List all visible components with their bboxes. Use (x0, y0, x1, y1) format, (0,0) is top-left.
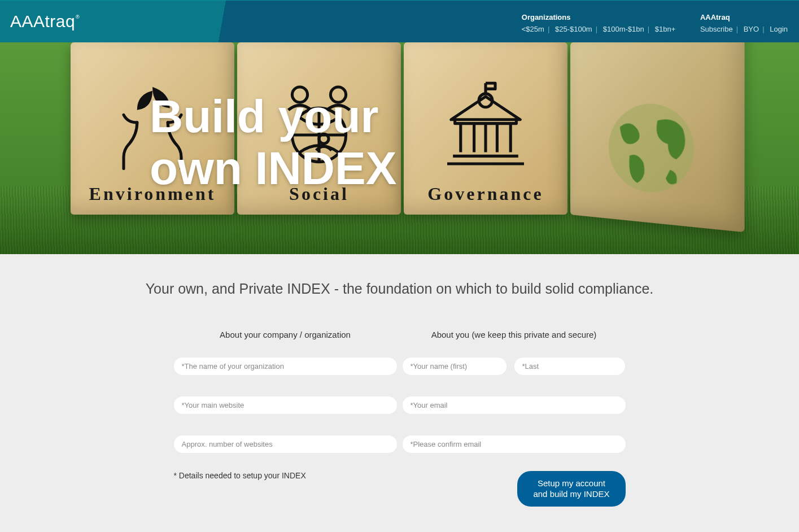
hero-title-line1: Build your (150, 90, 378, 142)
nav-link-byo[interactable]: BYO (744, 25, 759, 33)
hero-title-line2: own INDEX (150, 142, 396, 194)
signup-form: About your company / organization About … (174, 330, 626, 474)
brand-logo[interactable]: AAAtraq® (10, 12, 75, 31)
site-header: AAAtraq® Organizations <$25m| $25-$100m|… (0, 0, 799, 42)
first-name-input[interactable] (403, 357, 507, 375)
brand-text: AAAtraq (10, 12, 75, 30)
form-heading-you: About you (we keep this private and secu… (403, 330, 626, 339)
nav-sep: | (596, 25, 597, 33)
lead-text: Your own, and Private INDEX - the founda… (146, 280, 654, 299)
nav-link-over-1bn[interactable]: $1bn+ (655, 25, 676, 33)
hero: ESG Environment (0, 42, 799, 254)
hero-title: Build your own INDEX (150, 90, 396, 194)
website-count-input[interactable] (174, 435, 397, 453)
org-name-input[interactable] (174, 357, 397, 375)
confirm-email-input[interactable] (403, 435, 626, 453)
nav-sep: | (648, 25, 649, 33)
nav-link-25-100m[interactable]: $25-$100m (555, 25, 592, 33)
nav-links-organizations: <$25m| $25-$100m| $100m-$1bn| $1bn+ (522, 25, 675, 33)
nav-link-100m-1bn[interactable]: $100m-$1bn (603, 25, 644, 33)
cta-line1: Setup my account (533, 478, 609, 489)
nav-sep: | (736, 25, 738, 33)
form-heading-company: About your company / organization (174, 330, 397, 339)
registered-mark: ® (76, 14, 80, 20)
form-footer: * Details needed to setup your INDEX Set… (174, 471, 626, 507)
cta-line2: and build my INDEX (533, 489, 609, 500)
globe-icon (601, 94, 703, 205)
nav-links-aaatraq: Subscribe| BYO| Login (700, 25, 788, 33)
website-input[interactable] (174, 396, 397, 414)
email-input[interactable] (403, 396, 626, 414)
nav-group-organizations: Organizations <$25m| $25-$100m| $100m-$1… (522, 13, 675, 33)
gov-building-icon (438, 77, 534, 173)
required-note: * Details needed to setup your INDEX (174, 471, 306, 480)
form-column-you: About you (we keep this private and secu… (403, 330, 626, 474)
nav-link-under-25m[interactable]: <$25m (522, 25, 544, 33)
nav-link-login[interactable]: Login (770, 25, 788, 33)
form-column-company: About your company / organization (174, 330, 397, 474)
last-name-input[interactable] (514, 357, 626, 375)
name-row (403, 357, 626, 396)
hero-block-label: Governance (427, 184, 543, 204)
setup-account-button[interactable]: Setup my account and build my INDEX (517, 471, 625, 507)
nav-link-subscribe[interactable]: Subscribe (700, 25, 733, 33)
nav-group-aaatraq: AAAtraq Subscribe| BYO| Login (700, 13, 788, 33)
top-nav: Organizations <$25m| $25-$100m| $100m-$1… (522, 13, 788, 33)
nav-heading-aaatraq: AAAtraq (700, 13, 788, 21)
main-content: Your own, and Private INDEX - the founda… (0, 254, 799, 532)
nav-sep: | (548, 25, 549, 33)
nav-sep: | (762, 25, 764, 33)
hero-block-governance: Governance (404, 42, 567, 215)
hero-block-globe (570, 42, 745, 232)
nav-heading-organizations: Organizations (522, 13, 675, 21)
